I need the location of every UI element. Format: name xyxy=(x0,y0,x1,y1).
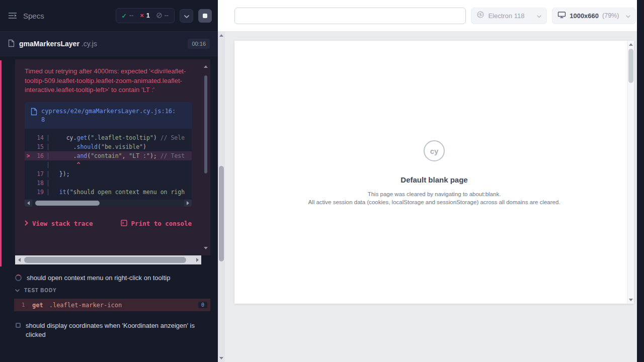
chevron-down-icon xyxy=(15,288,20,293)
spec-header[interactable]: gmaMarkersLayer .cy.js 00:16 xyxy=(0,32,218,56)
chevron-down-icon xyxy=(537,11,541,20)
aut-scrollbar xyxy=(627,41,634,304)
test-stats: ✓ -- × 1 -- xyxy=(116,8,175,23)
spec-duration-badge: 00:16 xyxy=(188,39,210,49)
viewport-dropdown[interactable]: 1000x660 (79%) xyxy=(552,8,636,24)
blank-page-message-1: This page was cleared by navigating to a… xyxy=(368,190,501,198)
scrollbar-track[interactable] xyxy=(23,255,193,264)
scroll-down-button[interactable] xyxy=(629,299,633,301)
viewport-zoom: (79%) xyxy=(602,12,619,19)
code-line: 17| }); xyxy=(25,169,192,178)
scroll-up-button[interactable] xyxy=(204,65,208,68)
error-panel: Timed out retrying after 4000ms: expecte… xyxy=(15,59,210,255)
test-body-label: TEST BODY xyxy=(24,288,56,293)
scrollbar-thumb[interactable] xyxy=(204,75,207,173)
blank-page-message-2: All active session data (cookies, localS… xyxy=(308,198,560,206)
pending-count: -- xyxy=(165,12,169,19)
scrollbar-thumb[interactable] xyxy=(24,257,186,263)
specs-label: Specs xyxy=(23,12,44,20)
code-line: | ^ xyxy=(25,160,192,169)
runner-header: Electron 118 1000x660 (79%) xyxy=(218,0,637,32)
failed-attempt-region: Timed out retrying after 4000ms: expecte… xyxy=(0,56,218,266)
test-title: should open context menu on right-click … xyxy=(27,274,170,283)
cypress-app: Specs ✓ -- × 1 -- xyxy=(0,0,644,362)
test-title: should display coordinates when 'Koordin… xyxy=(26,321,199,339)
spec-file-icon xyxy=(8,38,15,49)
viewport-icon xyxy=(557,11,566,21)
browser-dropdown[interactable]: Electron 118 xyxy=(471,8,547,24)
code-frame-file-link[interactable]: cypress/e2e/gmaMarkersLayer.cy.js:16:8 xyxy=(25,102,192,129)
scrollbar-track[interactable] xyxy=(32,200,184,207)
scroll-left-button[interactable] xyxy=(25,200,32,207)
stat-passed: ✓ -- xyxy=(122,12,134,20)
scrollbar-corner xyxy=(201,255,210,264)
code-frame: cypress/e2e/gmaMarkersLayer.cy.js:16:8 1… xyxy=(25,102,192,207)
aut-iframe: cy Default blank page This page was clea… xyxy=(234,41,634,304)
stop-button[interactable] xyxy=(198,9,212,23)
cypress-logo: cy xyxy=(424,140,445,161)
error-controls: View stack trace Print to console xyxy=(25,220,192,228)
code-line: >16| .and("contain", "LT :"); // Test xyxy=(25,151,192,160)
viewport-size: 1000x660 xyxy=(570,12,599,20)
command-message: .leaflet-marker-icon xyxy=(49,302,122,309)
test-item-pending[interactable]: should display coordinates when 'Koordin… xyxy=(0,321,218,339)
scroll-up-button[interactable] xyxy=(629,43,633,46)
aut-stage: cy Default blank page This page was clea… xyxy=(225,32,637,362)
code-line: 18| xyxy=(25,178,192,188)
reporter-scrollbar xyxy=(218,32,225,362)
view-stack-trace-label: View stack trace xyxy=(32,220,93,227)
failed-count: 1 xyxy=(146,12,150,19)
scroll-right-button[interactable] xyxy=(193,255,201,264)
url-input[interactable] xyxy=(234,8,466,24)
scrollbar-thumb[interactable] xyxy=(35,201,100,206)
scroll-left-button[interactable] xyxy=(15,255,23,264)
scroll-down-button[interactable] xyxy=(219,357,223,359)
spec-extension: .cy.js xyxy=(82,40,97,48)
error-message: Timed out retrying after 4000ms: expecte… xyxy=(25,67,190,95)
command-method: get xyxy=(32,302,43,309)
scrollbar-thumb[interactable] xyxy=(628,49,633,83)
command-log-row[interactable]: 1 get .leaflet-marker-icon 0 xyxy=(14,299,210,311)
code-line: 19| it("should open context menu on righ xyxy=(25,188,192,197)
stat-failed: × 1 xyxy=(140,12,149,19)
code-file-icon xyxy=(31,107,37,124)
test-body-toggle[interactable]: TEST BODY xyxy=(0,288,56,293)
passed-count: -- xyxy=(129,12,133,19)
test-item-running[interactable]: should open context menu on right-click … xyxy=(0,274,218,283)
browser-label: Electron 118 xyxy=(488,12,524,20)
browser-icon xyxy=(476,11,485,21)
code-line: 14| cy.get(".leaflet-tooltip") // Sele xyxy=(25,133,192,142)
command-count-badge: 0 xyxy=(198,302,207,308)
code-lines: 14| cy.get(".leaflet-tooltip") // Sele15… xyxy=(25,129,192,200)
reporter-panel: Specs ✓ -- × 1 -- xyxy=(0,0,218,362)
view-stack-trace-link[interactable]: View stack trace xyxy=(25,220,93,227)
scroll-right-button[interactable] xyxy=(184,200,192,207)
scroll-down-button[interactable] xyxy=(204,247,208,249)
stat-pending: -- xyxy=(156,12,169,20)
scrollbar-thumb[interactable] xyxy=(219,166,224,261)
code-frame-file-path: cypress/e2e/gmaMarkersLayer.cy.js:16:8 xyxy=(41,107,178,124)
chevron-right-icon xyxy=(25,220,28,227)
running-spinner-icon xyxy=(15,275,22,281)
blank-page-content: cy Default blank page This page was clea… xyxy=(234,140,634,206)
scroll-up-button[interactable] xyxy=(219,34,223,37)
print-to-console-button[interactable]: Print to console xyxy=(121,220,192,228)
console-icon xyxy=(121,220,127,228)
chevron-down-icon xyxy=(184,11,189,20)
window-edge-strip xyxy=(637,0,644,362)
stop-icon xyxy=(203,14,207,18)
print-to-console-label: Print to console xyxy=(131,220,192,227)
pending-square-icon xyxy=(16,323,21,328)
error-accent-border xyxy=(0,60,2,266)
specs-menu-icon[interactable] xyxy=(8,12,18,20)
collapse-tests-button[interactable] xyxy=(180,9,193,23)
code-frame-horizontal-scrollbar xyxy=(25,200,192,207)
fail-icon: × xyxy=(140,12,143,19)
blank-page-title: Default blank page xyxy=(400,175,467,184)
reporter-header: Specs ✓ -- × 1 -- xyxy=(0,0,218,32)
spec-name: gmaMarkersLayer xyxy=(19,40,79,48)
pending-icon xyxy=(156,12,162,20)
command-number: 1 xyxy=(14,302,32,308)
pass-icon: ✓ xyxy=(122,12,127,20)
code-line: 15| .should("be.visible") xyxy=(25,142,192,151)
